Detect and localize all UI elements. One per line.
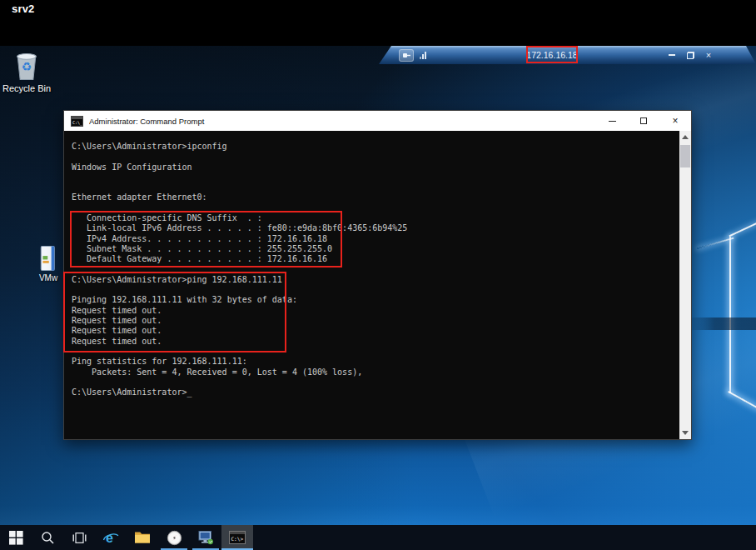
pin-icon (402, 52, 411, 59)
console-close-button[interactable]: × (703, 49, 714, 61)
scroll-down-button[interactable] (679, 427, 691, 439)
console-ip-label: 172.16.16.18 (526, 46, 578, 64)
network-computer-app-button[interactable] (190, 525, 221, 550)
recycle-bin-shortcut[interactable]: ♻ Recycle Bin (0, 50, 58, 93)
vmware-shortcut[interactable]: VMw (32, 245, 65, 282)
minimize-icon (669, 54, 675, 56)
taskbar: e (0, 525, 756, 550)
start-button[interactable] (0, 525, 32, 550)
task-view-button[interactable] (63, 525, 95, 550)
console-output: C:\Users\Administrator>ipconfig Windows … (72, 142, 679, 398)
svg-text:C:\>: C:\> (231, 536, 243, 542)
svg-text:♻: ♻ (22, 60, 32, 73)
desktop-icon-label: VMw (39, 273, 57, 282)
taskbar-search-button[interactable] (32, 525, 63, 550)
computer-icon (197, 530, 214, 545)
task-view-icon (72, 532, 87, 544)
vm-console-toolbar[interactable]: 172.16.16.18 × (379, 46, 756, 64)
scrollbar-thumb[interactable] (680, 145, 690, 168)
close-button[interactable]: × (659, 111, 691, 131)
vm-console-screen: srv2 172.16.16.18 × ♻ Recy (0, 0, 756, 550)
window-title: Administrator: Command Prompt (89, 117, 596, 126)
folder-icon (134, 531, 151, 544)
console-restore-button[interactable] (684, 49, 696, 61)
pin-button[interactable] (399, 49, 414, 62)
search-icon (41, 531, 55, 545)
console-minimize-button[interactable] (666, 49, 678, 61)
svg-text:e: e (106, 531, 113, 545)
chevron-down-icon (682, 431, 689, 435)
recycle-bin-icon: ♻ (12, 50, 41, 82)
restore-icon (687, 52, 694, 59)
vm-host-label: srv2 (12, 2, 35, 15)
command-prompt-taskbar-button[interactable]: C:\> (221, 525, 253, 550)
window-titlebar[interactable]: Administrator: Command Prompt × (64, 111, 691, 131)
vertical-scrollbar[interactable] (679, 131, 691, 439)
file-explorer-button[interactable] (127, 525, 158, 550)
desktop-icon-label: Recycle Bin (2, 83, 51, 93)
scroll-up-button[interactable] (679, 131, 691, 143)
minimize-icon (609, 121, 616, 122)
chevron-up-icon (682, 135, 689, 139)
internet-explorer-icon: e (102, 530, 119, 546)
maximize-button[interactable] (628, 111, 659, 131)
command-prompt-app-icon (71, 116, 83, 127)
wallpaper-window-edge (729, 237, 731, 393)
vmware-box-icon (39, 245, 57, 272)
signal-bars-icon (420, 51, 426, 59)
wallpaper-window-edge (729, 222, 756, 238)
wallpaper-shadow-band (688, 318, 756, 330)
compass-app-button[interactable] (158, 525, 190, 550)
compass-icon (167, 530, 182, 546)
internet-explorer-button[interactable]: e (95, 525, 127, 550)
console-viewport[interactable]: C:\Users\Administrator>ipconfig Windows … (64, 131, 679, 439)
windows-logo-icon (9, 531, 23, 545)
command-prompt-window: Administrator: Command Prompt × C:\Users… (63, 110, 692, 440)
maximize-icon (640, 118, 647, 124)
wallpaper-window-edge (697, 238, 734, 250)
wallpaper-window-edge (728, 391, 756, 409)
minimize-button[interactable] (596, 111, 628, 131)
command-prompt-icon: C:\> (229, 531, 246, 544)
